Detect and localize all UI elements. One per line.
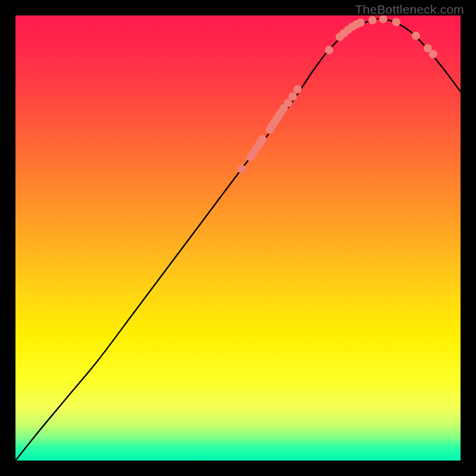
- highlighted-points-group: [237, 15, 437, 173]
- data-point: [429, 50, 437, 58]
- data-point: [356, 18, 365, 27]
- data-point: [325, 46, 333, 54]
- data-point: [289, 92, 297, 101]
- plot-area: [15, 15, 461, 461]
- data-point: [412, 32, 420, 40]
- data-point: [368, 16, 377, 24]
- chart-svg: [15, 15, 461, 461]
- bottleneck-curve: [15, 18, 461, 461]
- chart-stage: TheBottleneck.com: [0, 0, 476, 476]
- data-point: [237, 165, 246, 173]
- watermark-label: TheBottleneck.com: [355, 2, 464, 17]
- data-point: [293, 85, 302, 93]
- data-point: [392, 18, 400, 26]
- data-point: [258, 135, 267, 143]
